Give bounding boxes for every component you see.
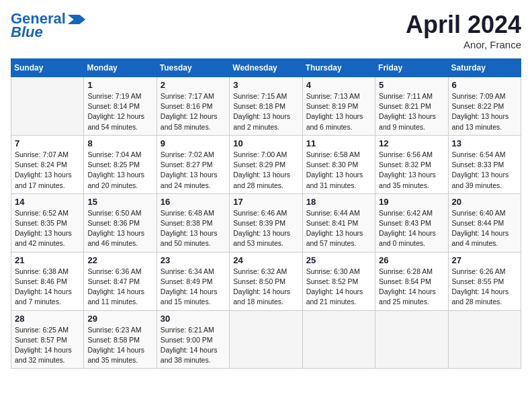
- calendar-header-row: SundayMondayTuesdayWednesdayThursdayFrid…: [11, 59, 521, 77]
- day-info: Sunrise: 6:26 AM Sunset: 8:55 PM Dayligh…: [452, 267, 517, 308]
- day-number: 15: [87, 197, 152, 207]
- day-info: Sunrise: 7:19 AM Sunset: 8:14 PM Dayligh…: [87, 91, 152, 132]
- calendar-cell: 29Sunrise: 6:23 AM Sunset: 8:58 PM Dayli…: [84, 310, 157, 369]
- calendar-cell: 9Sunrise: 7:02 AM Sunset: 8:27 PM Daylig…: [157, 135, 229, 193]
- day-number: 4: [306, 80, 371, 90]
- calendar-cell: 23Sunrise: 6:34 AM Sunset: 8:49 PM Dayli…: [157, 252, 229, 310]
- day-info: Sunrise: 6:56 AM Sunset: 8:32 PM Dayligh…: [379, 150, 444, 191]
- logo-icon: [67, 15, 86, 24]
- day-number: 12: [379, 138, 444, 148]
- calendar-cell: 21Sunrise: 6:38 AM Sunset: 8:46 PM Dayli…: [11, 252, 84, 310]
- calendar-cell: 5Sunrise: 7:11 AM Sunset: 8:21 PM Daylig…: [375, 77, 448, 136]
- day-number: 5: [379, 80, 444, 90]
- calendar-cell: 11Sunrise: 6:58 AM Sunset: 8:30 PM Dayli…: [302, 135, 375, 193]
- day-info: Sunrise: 6:58 AM Sunset: 8:30 PM Dayligh…: [306, 150, 371, 191]
- day-info: Sunrise: 6:36 AM Sunset: 8:47 PM Dayligh…: [87, 267, 152, 308]
- day-number: 13: [452, 138, 517, 148]
- day-info: Sunrise: 6:52 AM Sunset: 8:35 PM Dayligh…: [15, 208, 80, 249]
- calendar-cell: 28Sunrise: 6:25 AM Sunset: 8:57 PM Dayli…: [11, 310, 84, 369]
- calendar-cell: 26Sunrise: 6:28 AM Sunset: 8:54 PM Dayli…: [375, 252, 448, 310]
- day-number: 8: [87, 138, 152, 148]
- calendar-cell: 1Sunrise: 7:19 AM Sunset: 8:14 PM Daylig…: [84, 77, 157, 136]
- calendar-cell: 18Sunrise: 6:44 AM Sunset: 8:41 PM Dayli…: [302, 193, 375, 252]
- day-number: 23: [161, 255, 226, 265]
- calendar-cell: 12Sunrise: 6:56 AM Sunset: 8:32 PM Dayli…: [375, 135, 448, 193]
- day-number: 7: [15, 138, 80, 148]
- day-number: 20: [452, 197, 517, 207]
- calendar-cell: 8Sunrise: 7:04 AM Sunset: 8:25 PM Daylig…: [84, 135, 157, 193]
- column-header-friday: Friday: [375, 59, 448, 77]
- calendar-cell: 2Sunrise: 7:17 AM Sunset: 8:16 PM Daylig…: [157, 77, 229, 136]
- day-info: Sunrise: 6:32 AM Sunset: 8:50 PM Dayligh…: [233, 267, 298, 308]
- day-info: Sunrise: 6:42 AM Sunset: 8:43 PM Dayligh…: [379, 208, 444, 249]
- calendar-cell: 19Sunrise: 6:42 AM Sunset: 8:43 PM Dayli…: [375, 193, 448, 252]
- day-info: Sunrise: 7:00 AM Sunset: 8:29 PM Dayligh…: [233, 150, 298, 191]
- column-header-sunday: Sunday: [11, 59, 84, 77]
- day-info: Sunrise: 6:54 AM Sunset: 8:33 PM Dayligh…: [452, 150, 517, 191]
- day-number: 30: [161, 314, 226, 324]
- day-number: 9: [161, 138, 226, 148]
- day-number: 18: [306, 197, 371, 207]
- day-number: 28: [15, 314, 80, 324]
- day-number: 3: [233, 80, 298, 90]
- day-info: Sunrise: 6:48 AM Sunset: 8:38 PM Dayligh…: [161, 208, 226, 249]
- day-number: 19: [379, 197, 444, 207]
- svg-marker-0: [68, 15, 85, 24]
- column-header-thursday: Thursday: [302, 59, 375, 77]
- calendar-cell: [230, 310, 302, 369]
- calendar-cell: [11, 77, 84, 136]
- calendar-cell: 15Sunrise: 6:50 AM Sunset: 8:36 PM Dayli…: [84, 193, 157, 252]
- calendar-cell: 17Sunrise: 6:46 AM Sunset: 8:39 PM Dayli…: [230, 193, 302, 252]
- calendar-cell: [302, 310, 375, 369]
- day-number: 24: [233, 255, 298, 265]
- calendar-week-row: 1Sunrise: 7:19 AM Sunset: 8:14 PM Daylig…: [11, 77, 521, 136]
- day-info: Sunrise: 6:28 AM Sunset: 8:54 PM Dayligh…: [379, 267, 444, 308]
- day-number: 17: [233, 197, 298, 207]
- day-info: Sunrise: 6:50 AM Sunset: 8:36 PM Dayligh…: [87, 208, 152, 249]
- day-info: Sunrise: 7:09 AM Sunset: 8:22 PM Dayligh…: [452, 91, 517, 132]
- day-info: Sunrise: 6:40 AM Sunset: 8:44 PM Dayligh…: [452, 208, 517, 249]
- location: Anor, France: [406, 39, 521, 50]
- calendar-cell: 13Sunrise: 6:54 AM Sunset: 8:33 PM Dayli…: [448, 135, 521, 193]
- calendar-cell: [448, 310, 521, 369]
- day-number: 29: [87, 314, 152, 324]
- day-info: Sunrise: 7:04 AM Sunset: 8:25 PM Dayligh…: [87, 150, 152, 191]
- day-number: 14: [15, 197, 80, 207]
- day-info: Sunrise: 6:30 AM Sunset: 8:52 PM Dayligh…: [306, 267, 371, 308]
- calendar-cell: 3Sunrise: 7:15 AM Sunset: 8:18 PM Daylig…: [230, 77, 302, 136]
- logo-blue: Blue: [11, 24, 43, 40]
- day-number: 26: [379, 255, 444, 265]
- day-number: 25: [306, 255, 371, 265]
- calendar-cell: 4Sunrise: 7:13 AM Sunset: 8:19 PM Daylig…: [302, 77, 375, 136]
- logo: General Blue: [11, 11, 86, 40]
- column-header-wednesday: Wednesday: [230, 59, 302, 77]
- day-info: Sunrise: 7:17 AM Sunset: 8:16 PM Dayligh…: [161, 91, 226, 132]
- day-number: 10: [233, 138, 298, 148]
- day-info: Sunrise: 6:38 AM Sunset: 8:46 PM Dayligh…: [15, 267, 80, 308]
- day-info: Sunrise: 6:46 AM Sunset: 8:39 PM Dayligh…: [233, 208, 298, 249]
- day-info: Sunrise: 7:15 AM Sunset: 8:18 PM Dayligh…: [233, 91, 298, 132]
- calendar-cell: 7Sunrise: 7:07 AM Sunset: 8:24 PM Daylig…: [11, 135, 84, 193]
- calendar-cell: 25Sunrise: 6:30 AM Sunset: 8:52 PM Dayli…: [302, 252, 375, 310]
- day-number: 27: [452, 255, 517, 265]
- calendar-cell: 16Sunrise: 6:48 AM Sunset: 8:38 PM Dayli…: [157, 193, 229, 252]
- calendar-week-row: 28Sunrise: 6:25 AM Sunset: 8:57 PM Dayli…: [11, 310, 521, 369]
- calendar-cell: 22Sunrise: 6:36 AM Sunset: 8:47 PM Dayli…: [84, 252, 157, 310]
- day-info: Sunrise: 6:25 AM Sunset: 8:57 PM Dayligh…: [15, 325, 80, 366]
- day-info: Sunrise: 7:11 AM Sunset: 8:21 PM Dayligh…: [379, 91, 444, 132]
- page-header: General Blue April 2024 Anor, France: [11, 11, 521, 50]
- day-info: Sunrise: 7:13 AM Sunset: 8:19 PM Dayligh…: [306, 91, 371, 132]
- day-number: 21: [15, 255, 80, 265]
- calendar-cell: 14Sunrise: 6:52 AM Sunset: 8:35 PM Dayli…: [11, 193, 84, 252]
- day-info: Sunrise: 7:07 AM Sunset: 8:24 PM Dayligh…: [15, 150, 80, 191]
- title-block: April 2024 Anor, France: [406, 11, 521, 50]
- column-header-saturday: Saturday: [448, 59, 521, 77]
- calendar-week-row: 7Sunrise: 7:07 AM Sunset: 8:24 PM Daylig…: [11, 135, 521, 193]
- calendar-week-row: 14Sunrise: 6:52 AM Sunset: 8:35 PM Dayli…: [11, 193, 521, 252]
- calendar-cell: 30Sunrise: 6:21 AM Sunset: 9:00 PM Dayli…: [157, 310, 229, 369]
- day-info: Sunrise: 6:44 AM Sunset: 8:41 PM Dayligh…: [306, 208, 371, 249]
- column-header-monday: Monday: [84, 59, 157, 77]
- day-info: Sunrise: 6:21 AM Sunset: 9:00 PM Dayligh…: [161, 325, 226, 366]
- day-number: 22: [87, 255, 152, 265]
- day-number: 2: [161, 80, 226, 90]
